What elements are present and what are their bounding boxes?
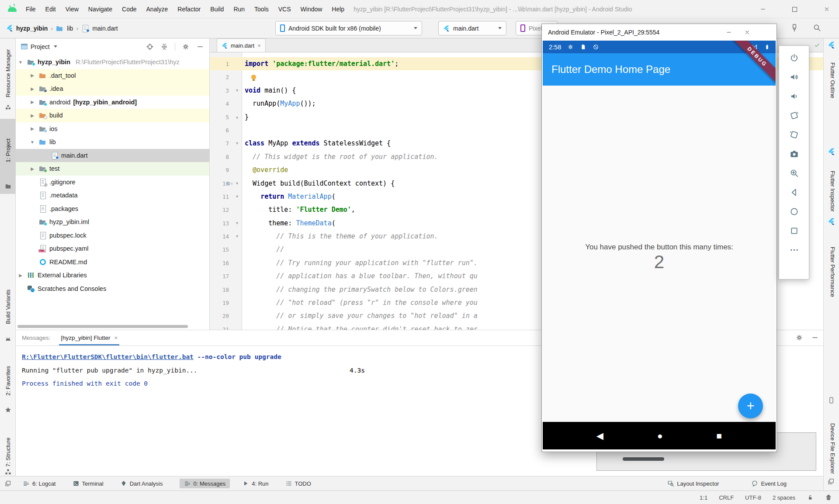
hide-panel-icon[interactable] [196, 43, 204, 51]
flutter-bat-link[interactable]: R:\Flutter\FlutterSDK\flutter\bin\flutte… [22, 353, 194, 360]
tree-item-pubspec-lock[interactable]: pubspec.lock [16, 229, 209, 242]
chevron-down-icon[interactable] [54, 45, 57, 48]
window-maximize-button[interactable] [782, 0, 807, 18]
fold-marker-icon[interactable]: ▾ [236, 190, 238, 203]
intention-bulb-icon[interactable] [251, 75, 256, 79]
tool-window-button-layout-inspector[interactable]: Layout Inspector [667, 480, 719, 487]
menu-view[interactable]: View [61, 6, 83, 13]
back-icon[interactable] [789, 187, 799, 197]
tab-main-dart[interactable]: main.dart × [217, 38, 266, 52]
tree-item-main-dart[interactable]: main.dart [16, 149, 209, 162]
hide-panel-icon[interactable] [811, 334, 819, 342]
horizontal-scrollbar[interactable] [17, 325, 188, 328]
status-item-2-spaces[interactable]: 2 spaces [773, 494, 795, 501]
volume-up-icon[interactable] [789, 72, 799, 82]
menu-vcs[interactable]: VCS [274, 6, 296, 13]
tree-item--idea[interactable]: ▶.idea [16, 82, 209, 96]
close-tab-icon[interactable]: × [114, 335, 118, 341]
tree-item--metadata[interactable]: .metadata [16, 189, 209, 202]
tree-item-hyzp-yibin[interactable]: ▼hyzp_yibinR:\FlutterProject\FlutterProj… [16, 55, 209, 69]
fold-marker-icon[interactable]: ▴ [236, 110, 238, 124]
tree-item-lib[interactable]: ▼lib [16, 135, 209, 149]
more-icon[interactable] [789, 245, 799, 255]
volume-down-icon[interactable] [789, 91, 799, 101]
menu-code[interactable]: Code [117, 6, 141, 13]
zoom-icon[interactable] [789, 168, 799, 178]
fold-marker-icon[interactable]: ▾ [236, 84, 238, 97]
sidebar-item-project[interactable]: 1: Project [0, 122, 16, 179]
menu-build[interactable]: Build [205, 6, 229, 13]
expander-icon[interactable]: ▶ [28, 126, 36, 131]
project-panel-title[interactable]: Project [31, 43, 50, 50]
tree-item-scratches-and-consoles[interactable]: Scratches and Consoles [16, 282, 209, 296]
locate-file-icon[interactable] [146, 43, 154, 51]
nav-overview-icon[interactable]: ■ [716, 431, 722, 441]
tree-item-hyzp-yibin-iml[interactable]: hyzp_yibin.iml [16, 215, 209, 229]
gradle-elf-icon[interactable] [825, 494, 832, 501]
expander-icon[interactable]: ▶ [28, 166, 36, 171]
run-config-selector[interactable]: main.dart [438, 21, 506, 35]
close-icon[interactable] [744, 29, 750, 35]
menu-refactor[interactable]: Refactor [173, 6, 205, 13]
menu-file[interactable]: File [21, 6, 41, 13]
expander-icon[interactable]: ▶ [28, 100, 36, 104]
menu-tools[interactable]: Tools [250, 6, 274, 13]
home-icon[interactable] [789, 207, 799, 217]
status-item-crlf[interactable]: CRLF [719, 494, 734, 501]
nav-home-icon[interactable]: ● [657, 431, 663, 441]
overview-icon[interactable] [789, 226, 799, 236]
fold-marker-icon[interactable]: ▾ [236, 137, 238, 150]
menu-analyze[interactable]: Analyze [142, 6, 173, 13]
menu-run[interactable]: Run [229, 6, 250, 13]
unlock-icon[interactable] [807, 494, 814, 501]
window-minimize-button[interactable] [751, 0, 775, 18]
expander-icon[interactable]: ▼ [17, 60, 24, 65]
window-close-button[interactable] [815, 0, 839, 18]
scrollbar-thumb[interactable] [623, 457, 664, 461]
fold-marker-icon[interactable]: ▾ [236, 230, 238, 243]
breadcrumb-folder[interactable]: lib [67, 25, 73, 32]
emulator-screen[interactable]: 2:58 Flutter Demo Home Page You have pus… [543, 41, 776, 449]
minimize-icon[interactable] [726, 29, 732, 35]
tree-item-ios[interactable]: ▶ios [16, 122, 209, 136]
expander-icon[interactable]: ▶ [28, 73, 36, 78]
tool-window-button-terminal[interactable]: Terminal [73, 479, 104, 488]
collapse-all-icon[interactable] [160, 43, 168, 51]
menu-help[interactable]: Help [327, 6, 349, 13]
sidebar-item-flutter-inspector[interactable]: Flutter Inspector [825, 157, 839, 225]
tree-item--dart-tool[interactable]: ▶.dart_tool [16, 69, 209, 83]
rotate-right-icon[interactable] [789, 130, 799, 140]
override-marker-icon[interactable]: ↑ [227, 177, 233, 190]
fold-marker-icon[interactable]: ▾ [236, 177, 238, 190]
sidebar-item-resource-manager[interactable]: Resource Manager [0, 41, 16, 105]
tool-window-button-todo[interactable]: TODO [285, 479, 311, 488]
status-item-utf-8[interactable]: UTF-8 [745, 494, 761, 501]
sidebar-item-flutter-outline[interactable]: Flutter Outline [825, 50, 839, 111]
breadcrumb-file[interactable]: main.dart [92, 25, 118, 32]
tool-window-button-6-logcat[interactable]: 6: Logcat [23, 479, 56, 488]
expander-icon[interactable]: ▶ [28, 86, 36, 91]
tool-window-button-event-log[interactable]: Event Log [751, 480, 787, 487]
power-icon[interactable] [789, 53, 799, 63]
rotate-left-icon[interactable] [789, 110, 799, 121]
expander-icon[interactable]: ▶ [28, 113, 36, 118]
breadcrumb-project[interactable]: hyzp_yibin [16, 25, 48, 32]
tool-window-stack-icon[interactable] [4, 480, 11, 487]
status-item-1-1[interactable]: 1:1 [700, 494, 707, 501]
tool-window-button-0-messages[interactable]: 0: Messages [180, 479, 230, 488]
tab-flutter-messages[interactable]: [hyzp_yibin] Flutter × [59, 330, 119, 345]
fold-marker-icon[interactable]: ▾ [236, 217, 238, 230]
search-everywhere-icon[interactable] [813, 24, 822, 32]
close-tab-icon[interactable]: × [257, 42, 261, 49]
tree-item-android[interactable]: ▶android [hyzp_yibin_android] [16, 96, 209, 109]
tree-item-pubspec-yaml[interactable]: YMLpubspec.yaml [16, 242, 209, 255]
expander-icon[interactable]: ▼ [28, 140, 36, 145]
tree-item-build[interactable]: ▶build [16, 109, 209, 122]
screenshot-icon[interactable] [789, 149, 799, 159]
menu-edit[interactable]: Edit [41, 6, 61, 13]
device-selector[interactable]: Android SDK built for x86 (mobile) [275, 21, 422, 35]
tree-item-readme-md[interactable]: README.md [16, 255, 209, 269]
sidebar-item-build-variants[interactable]: Build Variants [0, 279, 16, 335]
tool-window-button-4-run[interactable]: 4: Run [242, 479, 268, 488]
tree-item-external-libraries[interactable]: ▶External Libraries [16, 269, 209, 282]
